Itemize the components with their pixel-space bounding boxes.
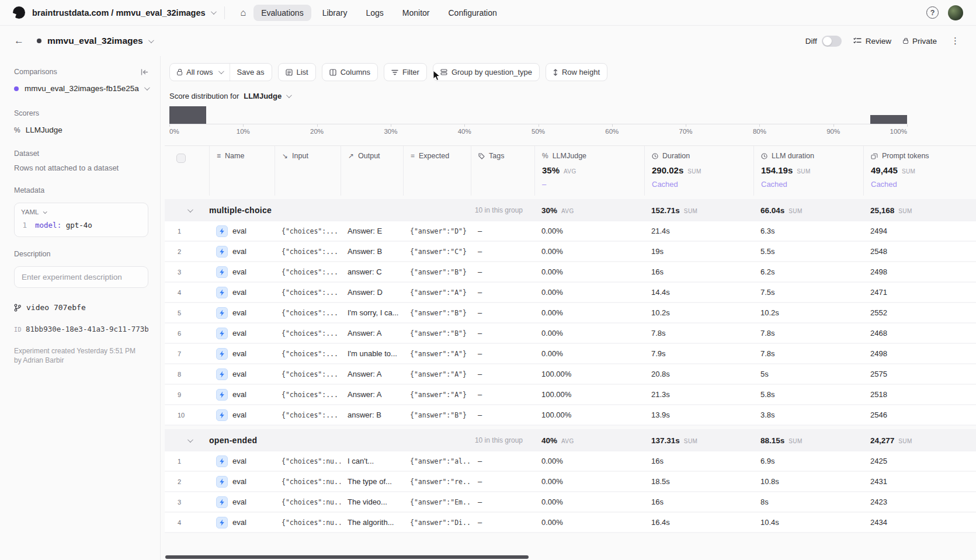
list-view-button[interactable]: List: [278, 63, 316, 81]
columns-button[interactable]: Columns: [322, 63, 378, 81]
axis-tick-label: 20%: [310, 128, 324, 135]
comparison-experiment[interactable]: mmvu_eval_32images-fb15e25a: [14, 84, 148, 93]
metadata-editor[interactable]: YAML 1 model: gpt-4o: [14, 203, 148, 237]
table-row[interactable]: 6eval{"choices":...Answer: A{"answer":"B…: [165, 324, 976, 344]
table-row[interactable]: 2eval{"choices":...Answer: B{"answer":"C…: [165, 242, 976, 262]
help-icon[interactable]: ?: [926, 6, 939, 19]
results-table: ≡Name ↘Input ↗Output =Expected Tags %LLM…: [165, 145, 976, 533]
experiment-id[interactable]: ID 81bb930e-18e3-41a3-9c11-773bb3f7e…: [14, 325, 148, 333]
aggregate-value: 66.04s: [760, 206, 784, 215]
tokens-cell: 2575: [863, 370, 976, 378]
bolt-icon: [219, 309, 225, 316]
review-button[interactable]: Review: [853, 37, 891, 46]
chevron-down-icon: [43, 210, 47, 214]
table-row[interactable]: 8eval{"choices":...Answer: A{"answer":"A…: [165, 364, 976, 385]
group-name: multiple-choice: [209, 206, 403, 215]
eval-label: eval: [232, 288, 246, 297]
more-options-icon[interactable]: ⋮: [949, 36, 962, 46]
table-toolbar: All rows Save as List Columns Filter: [165, 56, 976, 87]
chevron-down-icon[interactable]: [148, 37, 154, 43]
table-row[interactable]: 1eval{"choices":...Answer: E{"answer":"D…: [165, 221, 976, 242]
all-rows-button[interactable]: All rows: [170, 64, 230, 81]
input-cell: {"choices":...: [275, 248, 341, 256]
table-row[interactable]: 1eval{"choices":nu...I can't...{"answer"…: [165, 451, 976, 472]
output-cell: Answer: A: [341, 390, 403, 399]
input-cell: {"choices":...: [275, 268, 341, 276]
table-row[interactable]: 10eval{"choices":...answer: B{"answer":"…: [165, 405, 976, 426]
chevron-down-icon[interactable]: [165, 208, 209, 213]
expected-cell: {"answer":"re...: [403, 478, 471, 486]
nav-item-logs[interactable]: Logs: [358, 5, 391, 21]
column-header-llm-duration[interactable]: LLM duration 154.19sSUM Cached: [753, 146, 863, 196]
aggregate-value: 152.71s: [651, 206, 680, 215]
llm-duration-cell: 10.4s: [753, 518, 863, 527]
table-row[interactable]: 4eval{"choices":nu...The algorith...{"an…: [165, 513, 976, 533]
breadcrumb[interactable]: braintrustdata.com / mmvu_eval_32images: [32, 8, 206, 18]
row-name-cell: eval: [209, 455, 275, 467]
duration-cell: 13.9s: [644, 411, 753, 419]
column-header-expected[interactable]: =Expected: [403, 146, 471, 196]
tags-cell: –: [471, 288, 534, 297]
chevron-down-icon[interactable]: [165, 439, 209, 443]
input-cell: {"choices":...: [275, 370, 341, 378]
tokens-cell: 2546: [863, 411, 976, 419]
nav-item-configuration[interactable]: Configuration: [440, 5, 504, 21]
scorer-item[interactable]: % LLMJudge: [14, 126, 148, 134]
table-row[interactable]: 4eval{"choices":...Answer: D{"answer":"A…: [165, 283, 976, 303]
description-input[interactable]: Enter experiment description: [14, 266, 148, 288]
output-cell: I'm sorry, I ca...: [341, 308, 403, 317]
back-arrow-icon[interactable]: ←: [14, 35, 24, 47]
table-row[interactable]: 5eval{"choices":...I'm sorry, I ca...{"a…: [165, 303, 976, 324]
arrow-up-right-icon: ↗: [348, 152, 354, 159]
arrow-down-right-icon: ↘: [282, 152, 288, 159]
column-header-output[interactable]: ↗Output: [341, 146, 403, 196]
horizontal-scrollbar[interactable]: [165, 555, 529, 559]
yaml-mode-select[interactable]: YAML: [21, 208, 39, 215]
column-header-llmjudge[interactable]: %LLMJudge 35%AVG –: [534, 146, 644, 196]
tags-cell: –: [471, 267, 534, 276]
save-as-button[interactable]: Save as: [230, 64, 272, 81]
axis-tick: [907, 124, 908, 127]
clock-icon: [652, 153, 658, 159]
scorers-label: Scorers: [14, 109, 148, 117]
diff-toggle[interactable]: [822, 36, 842, 47]
chevron-down-icon[interactable]: [286, 92, 292, 98]
row-height-button[interactable]: Row height: [546, 63, 607, 81]
group-header-row[interactable]: multiple-choice10 in this group30%AVG152…: [165, 199, 976, 221]
row-number: 3: [165, 499, 209, 506]
axis-tick: [464, 124, 465, 127]
group-aggregate: 88.15sSUM: [753, 436, 863, 445]
axis-tick: [243, 124, 244, 127]
table-row[interactable]: 2eval{"choices":nu...The type of...{"ans…: [165, 472, 976, 492]
column-header-name[interactable]: ≡Name: [209, 146, 275, 196]
group-header-row[interactable]: open-ended10 in this group40%AVG137.31sS…: [165, 429, 976, 451]
avatar[interactable]: [948, 5, 963, 20]
home-icon[interactable]: ⌂: [235, 5, 252, 21]
bolt-icon: [219, 248, 225, 255]
tokens-cell: 2468: [863, 329, 976, 338]
tags-cell: –: [471, 308, 534, 317]
nav-item-library[interactable]: Library: [315, 5, 355, 21]
tags-cell: –: [471, 370, 534, 378]
column-header-prompt-tokens[interactable]: Prompt tokens 49,445SUM Cached: [863, 146, 976, 196]
row-name-cell: eval: [209, 307, 275, 319]
private-button[interactable]: Private: [903, 37, 937, 46]
histogram-plot[interactable]: [169, 107, 907, 124]
column-header-input[interactable]: ↘Input: [275, 146, 341, 196]
column-header-duration[interactable]: Duration 290.02sSUM Cached: [644, 146, 753, 196]
row-name-cell: eval: [209, 287, 275, 298]
filter-button[interactable]: Filter: [384, 63, 427, 81]
eval-label: eval: [232, 349, 246, 358]
table-row[interactable]: 3eval{"choices":nu...The video...{"answe…: [165, 492, 976, 513]
nav-item-evaluations[interactable]: Evaluations: [253, 5, 311, 21]
table-row[interactable]: 3eval{"choices":...answer: C{"answer":"B…: [165, 262, 976, 283]
select-all-checkbox[interactable]: [176, 154, 186, 163]
table-row[interactable]: 9eval{"choices":...Answer: A{"answer":"A…: [165, 385, 976, 405]
nav-item-monitor[interactable]: Monitor: [395, 5, 437, 21]
column-header-tags[interactable]: Tags: [471, 146, 534, 196]
group-by-button[interactable]: Group by question_type: [433, 63, 540, 81]
score-cell: 100.00%: [534, 411, 644, 419]
git-ref[interactable]: video 707ebfe: [14, 303, 148, 312]
table-row[interactable]: 7eval{"choices":...I'm unable to...{"ans…: [165, 344, 976, 364]
collapse-sidebar-icon[interactable]: [141, 69, 148, 75]
